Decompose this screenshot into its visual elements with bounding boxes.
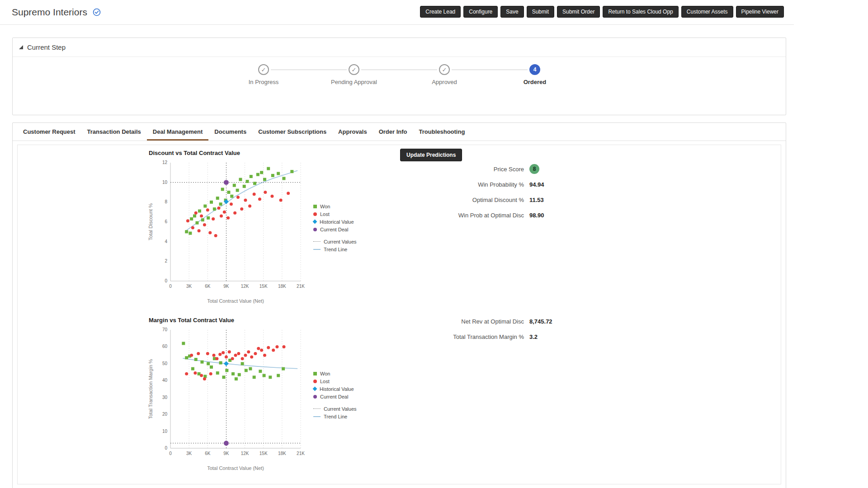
legend-label: Current Deal xyxy=(320,227,348,232)
legend-marker-diamond-icon xyxy=(313,220,317,224)
svg-text:0: 0 xyxy=(169,451,172,456)
tab-bar: Customer RequestTransaction DetailsDeal … xyxy=(13,123,786,141)
metric-label: Optimal Discount % xyxy=(375,197,524,203)
metric-label: Net Rev at Optimal Disc xyxy=(375,318,524,325)
svg-text:70: 70 xyxy=(162,327,168,332)
tab-approvals[interactable]: Approvals xyxy=(332,123,373,141)
legend-marker-circle-large-icon xyxy=(313,228,317,231)
svg-text:Total Contract Value (Net): Total Contract Value (Net) xyxy=(207,465,264,471)
svg-text:Total Contract Value (Net): Total Contract Value (Net) xyxy=(207,298,264,304)
tab-customer-subscriptions[interactable]: Customer Subscriptions xyxy=(252,123,332,141)
tab-troubleshooting[interactable]: Troubleshooting xyxy=(413,123,471,141)
metric-price-score: Price Score8 xyxy=(375,161,544,177)
legend-item-current-deal: Current Deal xyxy=(313,225,357,233)
chart-svg: 03K6K9K12K15K18K21K010203040506070Total … xyxy=(147,324,306,472)
current-step-body: ✓In Progress✓Pending Approval✓Approved4O… xyxy=(13,64,786,115)
step-pending-approval[interactable]: ✓Pending Approval xyxy=(318,64,390,85)
tab-order-info[interactable]: Order Info xyxy=(373,123,413,141)
legend-item-current-deal: Current Deal xyxy=(313,393,357,400)
legend-marker-circle-large-icon xyxy=(313,395,317,399)
header-button-submit-order[interactable]: Submit Order xyxy=(557,6,600,18)
legend-item-won: Won xyxy=(313,202,357,210)
step-label: Ordered xyxy=(524,79,547,85)
svg-text:18K: 18K xyxy=(278,451,286,456)
svg-text:18K: 18K xyxy=(278,284,286,289)
app-root: Supremo Interiors Create LeadConfigureSa… xyxy=(0,0,794,488)
step-in-progress[interactable]: ✓In Progress xyxy=(227,64,300,85)
metric-net-rev-at-optimal-disc: Net Rev at Optimal Disc8,745.72 xyxy=(375,314,552,329)
step-number: 4 xyxy=(529,64,540,75)
tab-customer-request[interactable]: Customer Request xyxy=(17,123,81,141)
svg-text:40: 40 xyxy=(162,378,168,383)
legend-marker-square-icon xyxy=(313,372,317,375)
prediction-metrics-bottom: Net Rev at Optimal Disc8,745.72Total Tra… xyxy=(375,314,552,344)
svg-text:60: 60 xyxy=(162,344,168,349)
legend-gap xyxy=(313,400,357,405)
legend-line-solid-icon xyxy=(313,416,321,417)
legend-label: Lost xyxy=(320,211,330,217)
discount-chart: Discount vs Total Contract Value 03K6K9K… xyxy=(147,150,357,306)
step-check-icon: ✓ xyxy=(439,64,450,75)
svg-text:0: 0 xyxy=(169,284,172,289)
verified-check-icon xyxy=(93,8,101,16)
svg-text:8: 8 xyxy=(165,199,167,204)
margin-chart-legend: WonLostHistorical ValueCurrent DealCurre… xyxy=(313,370,357,420)
legend-item-current-values: Current Values xyxy=(313,238,357,245)
svg-text:9K: 9K xyxy=(223,451,229,456)
header-button-submit[interactable]: Submit xyxy=(527,6,554,18)
legend-item-lost: Lost xyxy=(313,210,357,218)
header-button-pipeline-viewer[interactable]: Pipeline Viewer xyxy=(736,6,784,18)
legend-label: Trend Line xyxy=(324,414,347,419)
header-button-save[interactable]: Save xyxy=(500,6,524,18)
metric-label: Price Score xyxy=(375,166,524,173)
current-step-title: Current Step xyxy=(27,43,66,51)
legend-item-won: Won xyxy=(313,370,357,377)
legend-line-solid-icon xyxy=(313,249,321,250)
collapse-icon[interactable] xyxy=(19,45,23,49)
progress-stepper: ✓In Progress✓Pending Approval✓Approved4O… xyxy=(227,64,571,96)
header-button-return-to-sales-cloud-opp[interactable]: Return to Sales Cloud Opp xyxy=(603,6,678,18)
current-step-panel-header: Current Step xyxy=(13,38,786,57)
margin-chart-title: Margin vs Total Contract Value xyxy=(149,317,357,324)
legend-label: Current Deal xyxy=(320,394,348,399)
metric-label: Win Probability % xyxy=(375,181,524,188)
page-title: Supremo Interiors xyxy=(12,7,87,18)
legend-line-dotted-icon xyxy=(313,241,321,242)
tab-deal-management[interactable]: Deal Management xyxy=(147,123,209,141)
legend-item-trend-line: Trend Line xyxy=(313,245,357,253)
metric-value: 11.53 xyxy=(529,197,544,203)
metric-label: Win Prob at Optimal Disc xyxy=(375,212,524,219)
metric-value: 98.90 xyxy=(529,212,544,219)
header-button-configure[interactable]: Configure xyxy=(463,6,498,18)
legend-marker-circle-icon xyxy=(313,380,317,383)
svg-text:15K: 15K xyxy=(259,284,268,289)
legend-marker-square-icon xyxy=(313,205,317,208)
svg-text:Total Discount %: Total Discount % xyxy=(148,203,153,240)
step-ordered[interactable]: 4Ordered xyxy=(499,64,571,85)
step-label: In Progress xyxy=(249,79,278,85)
tab-documents[interactable]: Documents xyxy=(208,123,252,141)
chart-svg: 03K6K9K12K15K18K21K024681012Total Contra… xyxy=(147,157,306,305)
legend-label: Current Values xyxy=(324,239,357,244)
metric-value: 3.2 xyxy=(529,333,538,340)
page-header: Supremo Interiors Create LeadConfigureSa… xyxy=(0,0,794,25)
svg-text:2: 2 xyxy=(165,258,167,263)
header-button-customer-assets[interactable]: Customer Assets xyxy=(681,6,733,18)
tab-transaction-details[interactable]: Transaction Details xyxy=(81,123,147,141)
svg-text:6K: 6K xyxy=(205,451,211,456)
svg-text:12K: 12K xyxy=(241,451,249,456)
legend-item-lost: Lost xyxy=(313,377,357,385)
legend-item-historical-value: Historical Value xyxy=(313,385,357,393)
svg-text:Total Transaction Margin %: Total Transaction Margin % xyxy=(148,359,153,419)
update-predictions-button[interactable]: Update Predictions xyxy=(400,149,462,161)
discount-chart-canvas: 03K6K9K12K15K18K21K024681012Total Contra… xyxy=(147,157,306,306)
header-button-create-lead[interactable]: Create Lead xyxy=(420,6,461,18)
metric-value: 94.94 xyxy=(529,181,544,188)
svg-text:6: 6 xyxy=(165,219,167,224)
legend-label: Trend Line xyxy=(324,247,347,252)
svg-text:15K: 15K xyxy=(259,451,268,456)
step-check-icon: ✓ xyxy=(258,64,269,75)
step-approved[interactable]: ✓Approved xyxy=(408,64,481,85)
current-step-panel: Current Step ✓In Progress✓Pending Approv… xyxy=(12,38,786,115)
metric-win-prob-at-optimal-disc: Win Prob at Optimal Disc98.90 xyxy=(375,207,544,223)
